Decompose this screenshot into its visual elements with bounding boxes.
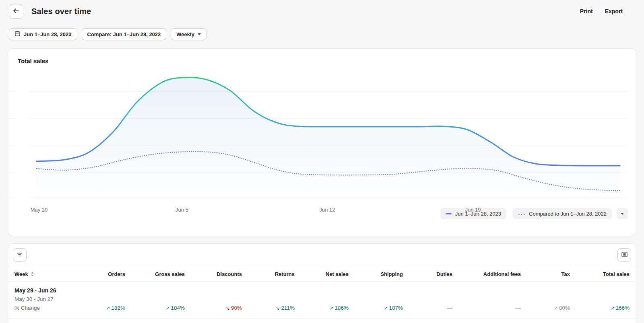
column-header-orders[interactable]: Orders	[75, 266, 125, 282]
cell-duties: —	[403, 282, 452, 319]
column-header-tax[interactable]: Tax	[521, 266, 570, 282]
cell-returns: ↘211%	[242, 282, 295, 319]
edit-columns-button[interactable]	[617, 248, 631, 262]
total-sales-chart-card: Total sales	[8, 49, 636, 236]
week-cell: May 29 - Jun 26May 30 - Jun 27% Change	[14, 282, 75, 319]
x-axis-label: Jun 12	[319, 207, 335, 213]
x-axis-label: May 29	[31, 207, 48, 213]
arrow-up-right-icon: ↗	[384, 305, 388, 311]
filter-button[interactable]	[13, 248, 27, 262]
sales-chart[interactable]: May 29Jun 5Jun 12Jun 19	[8, 66, 636, 205]
arrow-up-right-icon: ↗	[554, 305, 558, 311]
chevron-down-icon	[198, 33, 201, 35]
table-header-row: WeekOrdersGross salesDiscountsReturnsNet…	[8, 266, 636, 282]
table-toolbar	[8, 244, 636, 266]
y-axis-label-blank	[16, 66, 29, 205]
column-header-discounts[interactable]: Discounts	[185, 266, 242, 282]
header-actions: Print Export	[580, 8, 623, 14]
sort-icon	[31, 272, 34, 277]
table-row: May 29 - Jun 26May 30 - Jun 27% Change↗1…	[8, 282, 636, 319]
filter-lines-icon	[17, 251, 23, 259]
current-period-area	[36, 77, 620, 203]
week-range-current: May 29 - Jun 26	[14, 286, 56, 295]
cell-tax: ↗80%	[521, 282, 570, 319]
cell-discounts: ↘90%	[185, 282, 242, 319]
arrow-left-icon	[12, 7, 20, 16]
column-header-total-sales[interactable]: Total sales	[570, 266, 630, 282]
granularity-dropdown[interactable]: Weekly	[171, 28, 206, 40]
arrow-up-right-icon: ↗	[329, 305, 333, 311]
arrow-down-right-icon: ↘	[276, 305, 280, 311]
cell-net-sales: ↗186%	[295, 282, 349, 319]
column-header-week[interactable]: Week	[14, 266, 75, 282]
page-header: Sales over time Print Export	[0, 0, 644, 23]
column-header-gross-sales[interactable]: Gross sales	[125, 266, 185, 282]
filter-bar: Jun 1–Jun 28, 2023 Compare: Jun 1–Jun 28…	[0, 23, 644, 40]
x-axis-label: Jun 19	[465, 207, 481, 213]
calendar-icon	[14, 31, 21, 38]
week-range-comparison: May 30 - Jun 27	[14, 295, 54, 304]
column-header-net-sales[interactable]: Net sales	[295, 266, 349, 282]
columns-icon	[621, 251, 628, 259]
arrow-up-right-icon: ↗	[610, 305, 614, 311]
x-axis-labels: May 29Jun 5Jun 12Jun 19	[8, 205, 636, 217]
cell-total-sales: ↗166%	[570, 282, 630, 319]
compare-range-button[interactable]: Compare: Jun 1–Jun 28, 2022	[82, 28, 167, 40]
arrow-down-right-icon: ↘	[226, 305, 230, 311]
column-header-additional-fees[interactable]: Additional fees	[452, 266, 521, 282]
date-range-button[interactable]: Jun 1–Jun 28, 2023	[9, 28, 77, 40]
chart-title: Total sales	[8, 58, 636, 64]
page-title: Sales over time	[31, 7, 91, 16]
column-header-returns[interactable]: Returns	[242, 266, 295, 282]
cell-gross-sales: ↗184%	[125, 282, 185, 319]
print-button[interactable]: Print	[580, 8, 593, 14]
arrow-up-right-icon: ↗	[165, 305, 169, 311]
arrow-up-right-icon: ↗	[106, 305, 110, 311]
x-axis-label: Jun 5	[175, 207, 188, 213]
column-header-shipping[interactable]: Shipping	[349, 266, 403, 282]
cell-shipping: ↗187%	[349, 282, 403, 319]
column-header-duties[interactable]: Duties	[403, 266, 452, 282]
sales-table-card: WeekOrdersGross salesDiscountsReturnsNet…	[8, 244, 636, 323]
export-button[interactable]: Export	[605, 8, 623, 14]
back-button[interactable]	[9, 4, 23, 19]
cell-additional-fees: —	[452, 282, 521, 319]
percent-change-label: % Change	[14, 304, 40, 313]
cell-orders: ↗182%	[75, 282, 125, 319]
